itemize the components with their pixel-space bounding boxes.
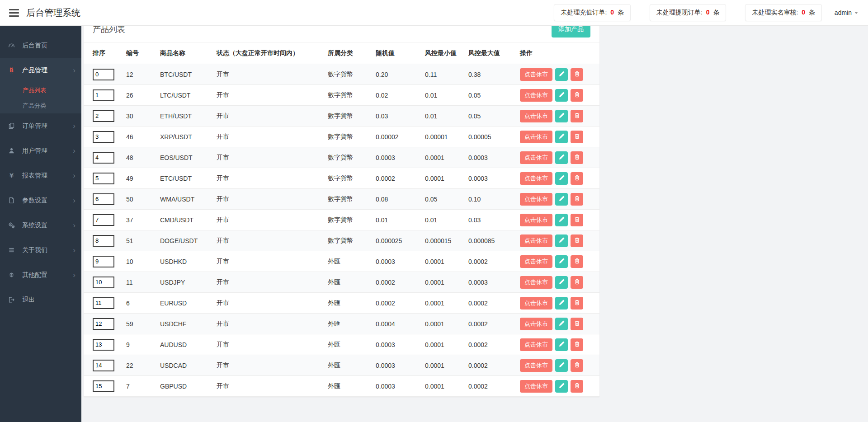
sort-input[interactable] — [93, 297, 114, 309]
delete-button[interactable] — [571, 255, 583, 268]
product-category: 數字貨幣 — [324, 189, 372, 210]
actions-cell: 点击休市 — [516, 355, 599, 376]
sort-input[interactable] — [93, 89, 114, 101]
edit-button[interactable] — [555, 172, 568, 185]
sidebar-item-dashboard[interactable]: 后台首页 — [0, 33, 81, 58]
actions-cell: 点击休市 — [516, 272, 599, 293]
delete-button[interactable] — [571, 131, 583, 143]
delete-button[interactable] — [571, 172, 583, 185]
close-market-button[interactable]: 点击休市 — [520, 338, 552, 351]
close-market-button[interactable]: 点击休市 — [520, 68, 552, 81]
edit-button[interactable] — [555, 255, 568, 268]
sort-input[interactable] — [93, 318, 114, 330]
sort-cell — [84, 272, 123, 293]
close-market-button[interactable]: 点击休市 — [520, 359, 552, 372]
pending-recharge-orders-badge[interactable]: 未处理充值订单: 0 条 — [554, 4, 630, 21]
delete-button[interactable] — [571, 68, 583, 81]
delete-button[interactable] — [571, 380, 583, 393]
close-market-button[interactable]: 点击休市 — [520, 214, 552, 226]
sidebar-item-report-management[interactable]: ¥报表管理› — [0, 163, 81, 188]
delete-button[interactable] — [571, 110, 583, 122]
table-row: 49ETC/USDT开市數字貨幣0.00020.00010.0003点击休市 — [84, 168, 599, 189]
edit-button[interactable] — [555, 338, 568, 351]
sort-input[interactable] — [93, 193, 114, 205]
product-id: 12 — [123, 64, 156, 85]
edit-button[interactable] — [555, 234, 568, 247]
close-market-button[interactable]: 点击休市 — [520, 110, 552, 122]
sort-input[interactable] — [93, 152, 114, 164]
delete-button[interactable] — [571, 297, 583, 309]
menu-toggle-icon[interactable] — [9, 9, 19, 17]
delete-button[interactable] — [571, 359, 583, 372]
edit-button[interactable] — [555, 68, 568, 81]
delete-button[interactable] — [571, 234, 583, 247]
edit-button[interactable] — [555, 276, 568, 289]
close-market-button[interactable]: 点击休市 — [520, 380, 552, 393]
edit-button[interactable] — [555, 151, 568, 164]
edit-button[interactable] — [555, 297, 568, 309]
delete-button[interactable] — [571, 151, 583, 164]
edit-button[interactable] — [555, 110, 568, 122]
sort-input[interactable] — [93, 214, 114, 226]
close-market-button[interactable]: 点击休市 — [520, 172, 552, 185]
random-value: 0.0003 — [372, 334, 421, 355]
trash-icon — [574, 70, 580, 79]
edit-button[interactable] — [555, 318, 568, 330]
close-market-button[interactable]: 点击休市 — [520, 276, 552, 289]
sort-input[interactable] — [93, 173, 114, 184]
product-category: 外匯 — [324, 314, 372, 334]
sort-input[interactable] — [93, 360, 114, 371]
product-status: 开市 — [213, 106, 324, 127]
edit-button[interactable] — [555, 214, 568, 226]
delete-button[interactable] — [571, 318, 583, 330]
sort-input[interactable] — [93, 277, 114, 288]
column-header-risk-max: 风控最大值 — [465, 42, 516, 64]
close-market-button[interactable]: 点击休市 — [520, 297, 552, 309]
sidebar-item-order-management[interactable]: 订单管理› — [0, 113, 81, 138]
pending-withdraw-orders-badge[interactable]: 未处理提现订单: 0 条 — [650, 4, 726, 21]
sidebar-item-user-management[interactable]: 用户管理› — [0, 138, 81, 163]
sidebar-item-product-management[interactable]: B产品管理› — [0, 58, 81, 83]
edit-button[interactable] — [555, 359, 568, 372]
sidebar-item-other-config[interactable]: 其他配置› — [0, 263, 81, 287]
delete-button[interactable] — [571, 193, 583, 206]
close-market-button[interactable]: 点击休市 — [520, 89, 552, 102]
pending-kyc-review-badge[interactable]: 未处理实名审核: 0 条 — [745, 4, 821, 21]
close-market-button[interactable]: 点击休市 — [520, 151, 552, 164]
chevron-right-icon: › — [73, 147, 75, 155]
sidebar-item-product-category[interactable]: 产品分类 — [0, 98, 81, 113]
product-name: AUDUSD — [156, 334, 213, 355]
product-id: 48 — [123, 147, 156, 168]
sort-input[interactable] — [93, 235, 114, 247]
sort-cell — [84, 314, 123, 334]
edit-button[interactable] — [555, 380, 568, 393]
delete-button[interactable] — [571, 89, 583, 102]
table-row: 12BTC/USDT开市數字貨幣0.200.110.38点击休市 — [84, 64, 599, 85]
product-id: 9 — [123, 334, 156, 355]
delete-button[interactable] — [571, 214, 583, 226]
edit-button[interactable] — [555, 131, 568, 143]
sidebar-item-parameter-settings[interactable]: 参数设置› — [0, 188, 81, 213]
sort-input[interactable] — [93, 380, 114, 392]
close-market-button[interactable]: 点击休市 — [520, 131, 552, 143]
topbar: 后台管理系统 未处理充值订单: 0 条 未处理提现订单: 0 条 未处理实名审核… — [0, 0, 868, 26]
sort-input[interactable] — [93, 339, 114, 351]
close-market-button[interactable]: 点击休市 — [520, 318, 552, 330]
close-market-button[interactable]: 点击休市 — [520, 234, 552, 247]
sort-input[interactable] — [93, 256, 114, 267]
sidebar-item-product-list[interactable]: 产品列表 — [0, 83, 81, 98]
sidebar-item-about-us[interactable]: 关于我们› — [0, 238, 81, 263]
sort-input[interactable] — [93, 110, 114, 122]
sort-input[interactable] — [93, 69, 114, 80]
sidebar-item-system-settings[interactable]: 系统设置› — [0, 213, 81, 238]
sidebar-item-logout[interactable]: 退出 — [0, 287, 81, 312]
risk-max-value: 0.10 — [465, 189, 516, 210]
edit-button[interactable] — [555, 193, 568, 206]
edit-button[interactable] — [555, 89, 568, 102]
close-market-button[interactable]: 点击休市 — [520, 255, 552, 268]
close-market-button[interactable]: 点击休市 — [520, 193, 552, 206]
delete-button[interactable] — [571, 338, 583, 351]
delete-button[interactable] — [571, 276, 583, 289]
user-menu[interactable]: admin — [835, 9, 858, 16]
sort-input[interactable] — [93, 131, 114, 143]
